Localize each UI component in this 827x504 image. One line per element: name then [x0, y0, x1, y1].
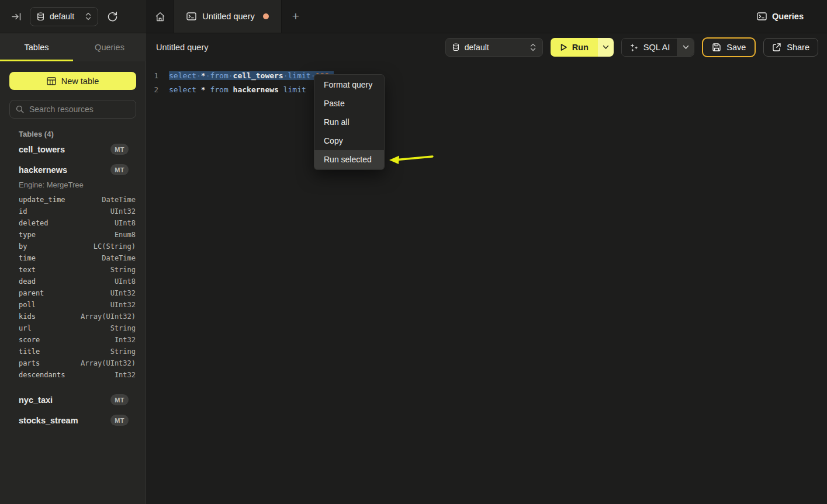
sql-ai-label: SQL AI — [643, 43, 670, 52]
column-name: text — [19, 266, 110, 274]
token: cell_towers — [233, 71, 283, 80]
editor-toolbar: Untitled query default — [146, 33, 827, 61]
sparkles-icon — [629, 43, 638, 52]
play-icon — [560, 43, 568, 51]
table-row[interactable]: nyc_taxiMT — [0, 390, 146, 409]
column-name: by — [19, 242, 94, 251]
menu-item-format-query[interactable]: Format query — [314, 75, 384, 94]
column-type: UInt8 — [115, 277, 136, 286]
table-row[interactable]: cell_towersMT — [0, 140, 146, 159]
code-tokens: select * from hackernews limit — [169, 85, 306, 94]
column-type: UInt32 — [110, 301, 136, 309]
sql-console-app: default — [0, 0, 827, 504]
column-type: UInt32 — [110, 289, 136, 297]
search-box — [9, 100, 136, 119]
code-line[interactable]: 2select * from hackernews limit — [146, 83, 827, 97]
column-name: poll — [19, 301, 110, 309]
spacer — [0, 385, 146, 389]
column-type: String — [110, 324, 136, 332]
column-row: idUInt32 — [0, 206, 146, 217]
token: · — [196, 71, 201, 80]
code-text: select * from hackernews limit — [169, 83, 306, 97]
column-row: timeDateTime — [0, 252, 146, 264]
toolbar-controls: default Run — [445, 37, 827, 57]
table-row[interactable]: hackernewsMT — [0, 160, 146, 179]
tables-list: cell_towersMThackernewsMTEngine: MergeTr… — [0, 140, 146, 430]
new-table-button[interactable]: New table — [9, 72, 136, 90]
column-type: Array(UInt32) — [81, 359, 136, 367]
column-row: partsArray(UInt32) — [0, 357, 146, 369]
queries-label: Queries — [772, 12, 804, 21]
run-button-group: Run — [551, 38, 614, 57]
new-table-label: New table — [61, 77, 99, 86]
editor-code[interactable]: 1select·*·from·cell_towers·limit·100;2se… — [146, 61, 827, 504]
token: from — [210, 85, 228, 94]
column-name: update_time — [19, 196, 102, 204]
refresh-icon[interactable] — [107, 11, 118, 22]
column-type: Int32 — [115, 371, 136, 379]
token: · — [229, 71, 233, 80]
query-title: Untitled query — [156, 43, 208, 52]
menu-item-run-selected[interactable]: Run selected — [314, 150, 384, 169]
token — [279, 85, 283, 94]
menu-item-paste[interactable]: Paste — [314, 94, 384, 113]
column-row: textString — [0, 264, 146, 276]
tab-tables[interactable]: Tables — [0, 33, 73, 61]
tables-section-header: Tables (4) — [19, 130, 146, 138]
chevron-updown-icon — [530, 43, 536, 51]
tab-queries[interactable]: Queries — [73, 33, 146, 61]
column-type: DateTime — [102, 254, 136, 262]
token: select — [169, 71, 196, 80]
column-row: parentUInt32 — [0, 287, 146, 299]
line-number: 1 — [146, 69, 158, 83]
topbar-database-selector[interactable]: default — [30, 7, 98, 26]
queries-icon — [757, 12, 767, 20]
code-tokens: select·*·from·cell_towers·limit·100; — [169, 71, 334, 80]
token: hackernews — [233, 85, 279, 94]
run-options-button[interactable] — [598, 38, 614, 57]
context-menu: Format queryPasteRun allCopyRun selected — [314, 74, 385, 170]
unsaved-indicator — [263, 13, 269, 19]
column-name: parent — [19, 289, 110, 297]
sidebar-tabs: Tables Queries — [0, 33, 146, 61]
tab-untitled-query[interactable]: Untitled query — [174, 0, 282, 33]
menu-item-copy[interactable]: Copy — [314, 131, 384, 150]
column-type: LC(String) — [94, 242, 136, 251]
chevron-updown-icon — [85, 12, 91, 20]
table-engine: Engine: MergeTree — [19, 180, 146, 189]
home-button[interactable] — [146, 0, 174, 33]
queries-button[interactable]: Queries — [757, 0, 827, 33]
topbar: default — [0, 0, 827, 33]
collapse-sidebar-icon[interactable] — [12, 13, 22, 20]
sql-ai-button-group: SQL AI — [621, 38, 694, 57]
share-button[interactable]: Share — [763, 38, 818, 57]
search-input[interactable] — [29, 105, 130, 114]
column-row: update_timeDateTime — [0, 194, 146, 206]
token: * — [201, 85, 206, 94]
save-button[interactable]: Save — [702, 37, 756, 57]
sidebar: New table Tables (4) cell_towersMThacker… — [0, 61, 146, 504]
column-name: url — [19, 324, 110, 332]
table-name: nyc_taxi — [19, 395, 110, 405]
share-label: Share — [787, 43, 809, 52]
column-name: id — [19, 207, 110, 215]
menu-item-run-all[interactable]: Run all — [314, 113, 384, 131]
toolbar-database-selector[interactable]: default — [445, 38, 543, 57]
table-row[interactable]: stocks_streamMT — [0, 411, 146, 430]
new-tab-button[interactable]: + — [282, 0, 310, 33]
engine-badge: MT — [110, 415, 129, 426]
table-name: cell_towers — [19, 145, 110, 154]
column-type: Enum8 — [115, 231, 136, 239]
topbar-spacer — [310, 0, 757, 33]
column-row: descendantsInt32 — [0, 369, 146, 381]
column-name: parts — [19, 359, 81, 367]
sql-ai-button[interactable]: SQL AI — [622, 39, 677, 56]
run-button[interactable]: Run — [551, 38, 598, 57]
topbar-left: default — [0, 0, 146, 33]
run-label: Run — [572, 43, 589, 52]
code-line[interactable]: 1select·*·from·cell_towers·limit·100; — [146, 69, 827, 83]
table-name: hackernews — [19, 165, 110, 175]
sql-ai-options-button[interactable] — [677, 39, 694, 56]
column-type: UInt32 — [110, 207, 136, 215]
database-selector-value: default — [50, 12, 74, 21]
